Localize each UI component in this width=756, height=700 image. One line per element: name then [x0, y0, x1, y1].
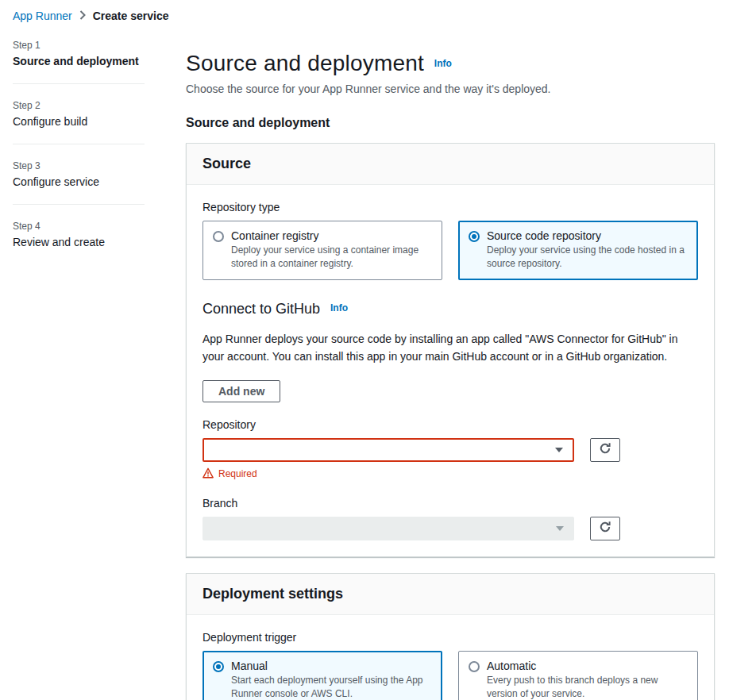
source-card-header: Source	[187, 144, 714, 185]
breadcrumb-current: Create service	[93, 10, 169, 22]
main-content: Source and deployment Info Choose the so…	[186, 29, 715, 700]
option-description: Start each deployment yourself using the…	[231, 674, 432, 700]
option-label: Container registry	[231, 229, 432, 242]
radio-unchecked-icon[interactable]	[213, 231, 224, 242]
option-container-registry[interactable]: Container registry Deploy your service u…	[202, 221, 442, 280]
sidebar-step-2[interactable]: Step 2 Configure build	[13, 100, 186, 128]
sidebar-step-1[interactable]: Step 1 Source and deployment	[13, 40, 186, 67]
option-label: Source code repository	[487, 229, 688, 242]
step-divider	[13, 204, 145, 205]
page-description: Choose the source for your App Runner se…	[186, 83, 715, 95]
option-manual[interactable]: Manual Start each deployment yourself us…	[202, 651, 442, 700]
breadcrumb: App Runner Create service	[0, 0, 756, 29]
refresh-icon	[599, 442, 611, 457]
source-card: Source Repository type Container registr…	[186, 143, 715, 557]
step-divider	[13, 83, 145, 84]
step-divider	[13, 144, 145, 144]
sidebar-step-3[interactable]: Step 3 Configure service	[13, 160, 186, 188]
repository-type-options: Container registry Deploy your service u…	[202, 221, 698, 280]
page-info-link[interactable]: Info	[434, 58, 452, 69]
option-source-code-repository[interactable]: Source code repository Deploy your servi…	[458, 221, 698, 280]
breadcrumb-app-runner-link[interactable]: App Runner	[13, 10, 72, 22]
branch-refresh-button[interactable]	[590, 517, 620, 540]
step-number: Step 3	[13, 160, 186, 171]
refresh-icon	[599, 521, 611, 536]
caret-down-icon	[555, 448, 563, 452]
option-label: Automatic	[487, 660, 688, 672]
error-text: Required	[218, 468, 257, 479]
radio-checked-icon[interactable]	[469, 231, 480, 242]
branch-select	[202, 517, 574, 540]
connect-github-info-link[interactable]: Info	[330, 302, 348, 313]
deployment-settings-card: Deployment settings Deployment trigger M…	[186, 573, 715, 700]
radio-checked-icon[interactable]	[213, 661, 224, 672]
source-card-title: Source	[202, 156, 251, 171]
sidebar-step-4[interactable]: Step 4 Review and create	[13, 221, 186, 248]
deployment-card-title: Deployment settings	[202, 586, 343, 602]
option-automatic[interactable]: Automatic Every push to this branch depl…	[458, 651, 698, 700]
branch-field: Branch	[202, 497, 698, 540]
repository-field: Repository	[202, 418, 698, 481]
step-number: Step 1	[13, 40, 186, 51]
step-title: Review and create	[13, 236, 186, 248]
connect-github-description: App Runner deploys your source code by i…	[202, 330, 698, 366]
repository-type-label: Repository type	[202, 201, 698, 213]
repository-required-error: Required	[202, 467, 698, 481]
deployment-trigger-options: Manual Start each deployment yourself us…	[202, 651, 698, 700]
wizard-steps-sidebar: Step 1 Source and deployment Step 2 Conf…	[0, 29, 186, 248]
page-title: Source and deployment	[186, 51, 424, 75]
connect-github-heading: Connect to GitHub	[202, 301, 320, 317]
option-description: Every push to this branch deploys a new …	[487, 674, 688, 700]
add-new-button[interactable]: Add new	[202, 380, 280, 402]
repository-label: Repository	[202, 418, 698, 431]
section-heading: Source and deployment	[186, 116, 715, 130]
option-label: Manual	[231, 660, 432, 672]
deployment-trigger-label: Deployment trigger	[202, 631, 698, 644]
caret-down-icon	[556, 526, 564, 531]
step-title: Configure build	[13, 115, 186, 128]
step-title: Source and deployment	[13, 55, 186, 67]
option-description: Deploy your service using the code hoste…	[487, 244, 688, 271]
chevron-right-icon	[79, 10, 86, 22]
warning-triangle-icon	[202, 467, 214, 481]
deployment-card-header: Deployment settings	[187, 574, 714, 615]
step-title: Configure service	[13, 175, 186, 188]
repository-refresh-button[interactable]	[590, 438, 620, 462]
option-description: Deploy your service using a container im…	[231, 244, 432, 271]
branch-label: Branch	[202, 497, 698, 510]
repository-select[interactable]	[202, 438, 574, 462]
radio-unchecked-icon[interactable]	[469, 661, 480, 672]
step-number: Step 4	[13, 221, 186, 232]
step-number: Step 2	[13, 100, 186, 111]
